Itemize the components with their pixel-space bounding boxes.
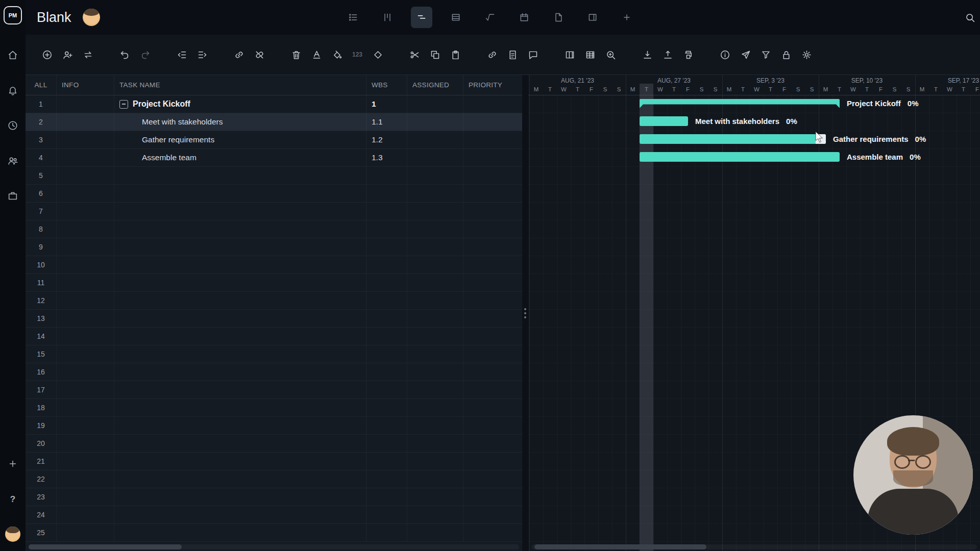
gantt-bar-meet-with-stakeholders[interactable] (640, 116, 688, 126)
toolbar-import-button[interactable] (641, 47, 654, 62)
sidebar-profile-avatar[interactable] (5, 527, 20, 542)
table-row[interactable]: 5 (26, 167, 522, 185)
toolbar-attach-link-button[interactable] (485, 47, 499, 62)
assigned-cell (407, 470, 463, 488)
table-row[interactable]: 10 (26, 256, 522, 274)
gantt-bar-label: Project Kickoff0% (847, 99, 919, 108)
table-row[interactable]: 20 (26, 435, 522, 453)
column-header-priority[interactable]: PRIORITY (463, 74, 522, 95)
toolbar-export-button[interactable] (661, 47, 674, 62)
column-header-wbs[interactable]: WBS (366, 74, 407, 95)
panel-splitter[interactable] (522, 74, 528, 551)
table-row[interactable]: 13 (26, 310, 522, 328)
table-row[interactable]: 2 Meet with stakeholders 1.1 (26, 113, 522, 131)
table-row[interactable]: 9 (26, 238, 522, 256)
table-row[interactable]: 6 (26, 185, 522, 203)
sidebar-notifications-button[interactable] (5, 83, 20, 98)
assigned-cell (407, 488, 463, 506)
sidebar-projects-button[interactable] (5, 188, 20, 204)
info-cell (57, 256, 114, 273)
view-tab-calendar[interactable] (513, 7, 535, 28)
wbs-cell (366, 381, 407, 398)
table-row[interactable]: 22 (26, 470, 522, 488)
task-name-cell (114, 381, 366, 398)
toolbar-print-button[interactable] (681, 47, 695, 62)
table-row[interactable]: 19 (26, 417, 522, 435)
grid-hscroll-thumb[interactable] (29, 544, 182, 549)
toolbar-link-tasks-button[interactable] (232, 47, 246, 62)
toolbar-info-button[interactable] (718, 47, 731, 62)
app-logo[interactable]: PM (4, 6, 22, 24)
sidebar-help-button[interactable]: ? (5, 491, 20, 507)
toolbar-baselines-button[interactable] (583, 47, 597, 62)
bar-resize-handle[interactable] (816, 134, 826, 144)
table-row[interactable]: 21 (26, 453, 522, 470)
toolbar-assign-resource-button[interactable] (61, 47, 74, 62)
toolbar-filter-button[interactable] (759, 47, 772, 62)
table-row[interactable]: 23 (26, 488, 522, 506)
column-header-assigned[interactable]: ASSIGNED (407, 74, 463, 95)
toolbar-outdent-button[interactable] (175, 47, 188, 62)
column-header-task-name[interactable]: TASK NAME (114, 74, 366, 95)
toolbar-indent-button[interactable] (195, 47, 209, 62)
table-row[interactable]: 14 (26, 328, 522, 345)
gantt-bar-project-kickoff[interactable] (640, 99, 840, 108)
gantt-bar-gather-requirements[interactable] (640, 134, 826, 144)
toolbar-add-task-button[interactable] (40, 47, 54, 62)
toolbar-zoom-button[interactable] (604, 47, 617, 62)
view-tab-add[interactable] (616, 7, 638, 28)
toolbar-undo-button[interactable] (118, 47, 131, 62)
view-tab-docs[interactable] (548, 7, 569, 28)
sidebar-team-button[interactable] (5, 153, 20, 168)
toolbar-currency-button[interactable]: 123 (351, 47, 364, 62)
toolbar-lock-button[interactable] (779, 47, 793, 62)
sidebar-add-button[interactable] (5, 456, 20, 471)
toolbar-comment-button[interactable] (526, 47, 540, 62)
toolbar-fill-color-button[interactable] (330, 47, 344, 62)
table-row[interactable]: 24 (26, 506, 522, 524)
priority-cell (463, 149, 522, 166)
search-button[interactable] (960, 7, 980, 28)
table-row[interactable]: 4 Assemble team 1.3 (26, 149, 522, 167)
table-row[interactable]: 25 (26, 524, 522, 542)
toolbar-copy-button[interactable] (428, 47, 442, 62)
toolbar-milestone-button[interactable] (371, 47, 384, 62)
view-tab-workload[interactable] (479, 7, 501, 28)
table-row[interactable]: 15 (26, 345, 522, 363)
bar-task-name: Assemble team (847, 153, 903, 161)
column-header-all[interactable]: ALL (26, 74, 57, 95)
toolbar-delete-button[interactable] (289, 47, 303, 62)
gantt-hscroll-thumb[interactable] (534, 544, 706, 549)
toolbar-notes-button[interactable] (506, 47, 519, 62)
table-row[interactable]: 7 (26, 203, 522, 220)
table-row[interactable]: 11 (26, 274, 522, 292)
toolbar-settings-button[interactable] (800, 47, 813, 62)
collapse-icon[interactable] (119, 100, 128, 109)
toolbar-unlink-tasks-button[interactable] (253, 47, 266, 62)
table-row[interactable]: 18 (26, 399, 522, 417)
view-tab-panel[interactable] (582, 7, 603, 28)
view-tab-list[interactable] (342, 7, 364, 28)
gantt-bar-assemble-team[interactable] (640, 152, 840, 162)
table-row[interactable]: 17 (26, 381, 522, 399)
toolbar-columns-button[interactable] (563, 47, 576, 62)
table-row[interactable]: 8 (26, 220, 522, 238)
toolbar-font-color-button[interactable] (310, 47, 323, 62)
view-tab-board[interactable] (377, 7, 398, 28)
toolbar-paste-button[interactable] (449, 47, 462, 62)
table-row[interactable]: 12 (26, 292, 522, 310)
sidebar-recent-button[interactable] (5, 118, 20, 133)
table-row[interactable]: 1 Project Kickoff 1 (26, 95, 522, 113)
table-row[interactable]: 16 (26, 363, 522, 381)
user-avatar[interactable] (83, 9, 100, 26)
view-tab-sheet[interactable] (445, 7, 467, 28)
trash-icon (291, 49, 302, 60)
toolbar-share-button[interactable] (739, 47, 752, 62)
column-header-info[interactable]: INFO (57, 74, 114, 95)
toolbar-cut-button[interactable] (408, 47, 421, 62)
table-row[interactable]: 3 Gather requirements 1.2 (26, 131, 522, 149)
toolbar-recurring-task-button[interactable] (81, 47, 94, 62)
sidebar-home-button[interactable] (5, 47, 20, 63)
view-tab-gantt[interactable] (411, 7, 432, 28)
toolbar-redo-button[interactable] (138, 47, 152, 62)
